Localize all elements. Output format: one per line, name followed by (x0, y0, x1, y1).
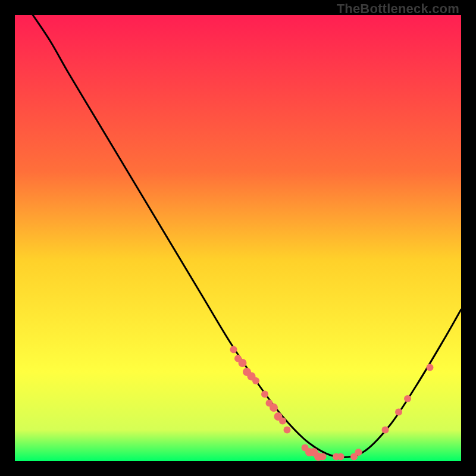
curve-marker (337, 453, 345, 461)
curve-marker (320, 453, 327, 461)
curve-marker (239, 359, 247, 367)
curve-marker (395, 409, 402, 416)
bottleneck-chart (15, 15, 461, 461)
chart-frame (15, 15, 461, 461)
curve-marker (284, 427, 291, 434)
curve-marker (355, 449, 362, 456)
curve-marker (270, 403, 278, 412)
curve-marker (279, 418, 286, 425)
curve-marker (230, 346, 237, 353)
curve-marker (404, 395, 411, 402)
curve-marker (427, 364, 434, 371)
chart-background (15, 15, 461, 461)
curve-marker (382, 427, 389, 434)
curve-marker (252, 377, 259, 384)
curve-marker (261, 391, 268, 398)
